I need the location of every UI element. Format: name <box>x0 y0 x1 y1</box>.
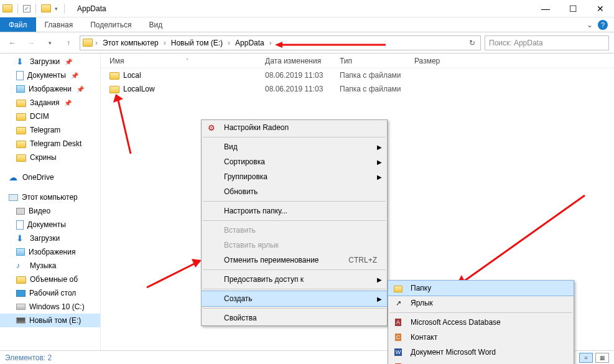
menu-item-icon <box>393 283 403 293</box>
menu-item-label: Вставить ярлык <box>224 241 279 250</box>
tree-item-thispc[interactable]: Этот компьютер <box>0 190 100 204</box>
titlebar: ✓ ▾ AppData — ☐ ✕ <box>0 0 614 17</box>
menu-item[interactable]: Сортировка ▶ <box>202 154 387 169</box>
address-dropdown-icon[interactable]: ⌄ <box>274 39 288 47</box>
menu-item[interactable]: Обновить <box>202 184 387 199</box>
tree-item[interactable]: Скрины <box>0 151 100 164</box>
search-input[interactable]: Поиск: AppData <box>485 35 609 50</box>
menu-item[interactable]: Настроить папку... <box>202 203 387 218</box>
breadcrumb-separator[interactable]: › <box>268 39 273 47</box>
tab-share[interactable]: Поделиться <box>81 17 140 32</box>
menu-item-icon <box>207 187 216 197</box>
column-headers[interactable]: Имя˄ Дата изменения Тип Размер <box>101 54 614 68</box>
tree-item[interactable]: Видео <box>0 204 100 218</box>
menu-item[interactable]: Группировка ▶ <box>202 169 387 184</box>
menu-item[interactable]: P Презентация Microsoft PowerPoint <box>388 360 574 364</box>
separator <box>35 4 36 14</box>
submenu-arrow-icon: ▶ <box>377 174 382 180</box>
menu-item-icon: C <box>393 332 403 342</box>
refresh-icon[interactable]: ↻ <box>469 39 478 47</box>
folder-icon <box>16 113 26 121</box>
tree-item[interactable]: ♪Музыка <box>0 259 100 273</box>
close-button[interactable]: ✕ <box>587 0 614 17</box>
menu-item-label: Группировка <box>224 172 267 181</box>
menu-item-label: Обновить <box>224 187 258 196</box>
col-type[interactable]: Тип <box>340 57 414 65</box>
drive-icon <box>16 317 26 324</box>
tree-item[interactable]: DCIM <box>0 110 100 123</box>
menu-item[interactable]: A Microsoft Access Database <box>388 315 574 330</box>
menu-item[interactable]: ⚙ Настройки Radeon <box>202 120 387 135</box>
up-button[interactable]: ↑ <box>61 35 76 50</box>
forward-button[interactable]: → <box>24 35 39 50</box>
menu-item[interactable]: Предоставить доступ к ▶ <box>202 272 387 287</box>
address-bar[interactable]: › Этот компьютер › Новый том (E:) › AppD… <box>80 35 481 50</box>
col-date[interactable]: Дата изменения <box>265 57 340 65</box>
menu-item[interactable]: W Документ Microsoft Word <box>388 345 574 360</box>
context-menu[interactable]: ⚙ Настройки Radeon Вид ▶ Сортировка ▶ Гр… <box>201 119 388 326</box>
tab-file[interactable]: Файл <box>0 17 36 32</box>
tree-item[interactable]: Telegram <box>0 123 100 137</box>
tree-item[interactable]: Telegram Deskt <box>0 137 100 151</box>
col-name[interactable]: Имя <box>109 57 124 65</box>
back-button[interactable]: ← <box>5 35 20 50</box>
menu-item[interactable]: Вид ▶ <box>202 139 387 154</box>
ribbon-collapse-icon[interactable]: ⌄ <box>587 21 593 29</box>
menu-item-label: Папку <box>411 284 431 292</box>
checkbox-icon[interactable]: ✓ <box>23 5 30 12</box>
menu-item[interactable]: C Контакт <box>388 330 574 345</box>
tree-label: Telegram <box>30 126 60 134</box>
menu-item[interactable]: Папку <box>388 280 574 296</box>
breadcrumb-item[interactable]: Этот компьютер <box>100 39 161 47</box>
minimize-button[interactable]: — <box>532 0 559 17</box>
maximize-button[interactable]: ☐ <box>559 0 587 17</box>
view-icons-button[interactable]: ▦ <box>595 353 609 363</box>
view-details-button[interactable]: ≡ <box>579 353 593 363</box>
tree-item[interactable]: Изображени📌 <box>0 82 100 96</box>
breadcrumb-item[interactable]: AppData <box>233 39 267 47</box>
tree-item[interactable]: Изображения <box>0 245 100 259</box>
menu-item-icon: W <box>393 347 403 357</box>
tree-item[interactable]: Рабочий стол <box>0 286 100 300</box>
menu-item-icon: ⚙ <box>207 123 216 133</box>
breadcrumb-separator[interactable]: › <box>162 39 167 47</box>
tree-item-onedrive[interactable]: ☁OneDrive <box>0 170 100 184</box>
menu-item-label: Свойства <box>224 314 257 322</box>
submenu-create[interactable]: Папку ↗ Ярлык A Microsoft Access Databas… <box>388 280 574 364</box>
folder-icon <box>16 276 26 284</box>
nav-tree[interactable]: ⬇Загрузки📌Документы📌Изображени📌Задания📌D… <box>0 54 101 350</box>
qat-dropdown[interactable]: ▾ <box>53 6 59 12</box>
tree-label: OneDrive <box>22 173 54 182</box>
tree-item[interactable]: Документы📌 <box>0 68 100 82</box>
breadcrumb-separator[interactable]: › <box>226 39 231 47</box>
menu-item-label: Вставить <box>224 226 256 235</box>
file-list[interactable]: Local 08.06.2019 11:03 Папка с файлами L… <box>101 68 614 96</box>
tab-home[interactable]: Главная <box>36 17 82 32</box>
tab-view[interactable]: Вид <box>140 17 171 32</box>
folder-icon <box>109 86 119 93</box>
tree-item[interactable]: Задания📌 <box>0 96 100 110</box>
tree-item[interactable]: Объемные об <box>0 273 100 286</box>
tree-label: Рабочий стол <box>29 289 76 297</box>
separator <box>17 4 18 14</box>
col-size[interactable]: Размер <box>414 57 464 65</box>
menu-item[interactable]: ↗ Ярлык <box>388 296 574 310</box>
help-icon[interactable]: ? <box>598 20 608 30</box>
folder-icon <box>16 100 26 107</box>
file-row[interactable]: LocalLow 08.06.2019 11:03 Папка с файлам… <box>101 82 614 96</box>
menu-item-label: Отменить переименование <box>224 256 319 264</box>
tree-item[interactable]: ⬇Загрузки <box>0 231 100 245</box>
tree-item[interactable]: Windows 10 (C:) <box>0 300 100 314</box>
tree-item[interactable]: Документы <box>0 218 100 231</box>
recent-dropdown[interactable]: ▾ <box>42 35 57 50</box>
tree-label: Загрузки <box>30 57 60 66</box>
tree-label: Объемные об <box>30 275 78 284</box>
breadcrumb-separator[interactable]: › <box>94 39 99 47</box>
menu-item[interactable]: Отменить переименование CTRL+Z <box>202 253 387 268</box>
tree-item[interactable]: Новый том (E:) <box>0 314 100 327</box>
file-row[interactable]: Local 08.06.2019 11:03 Папка с файлами <box>101 68 614 82</box>
menu-item[interactable]: Создать ▶ <box>201 291 388 307</box>
breadcrumb-item[interactable]: Новый том (E:) <box>169 39 225 47</box>
tree-item[interactable]: ⬇Загрузки📌 <box>0 55 100 68</box>
menu-item[interactable]: Свойства <box>202 310 387 325</box>
